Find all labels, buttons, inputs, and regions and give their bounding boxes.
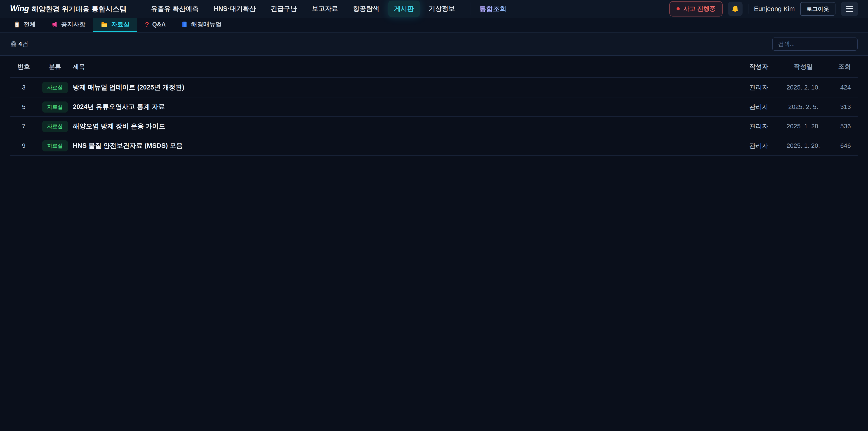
row-number: 3 <box>10 84 37 91</box>
category-badge: 자료실 <box>42 140 68 151</box>
post-author: 관리자 <box>740 142 778 150</box>
post-views: 313 <box>829 103 858 111</box>
post-views: 536 <box>829 123 858 130</box>
nav-divider <box>470 2 470 15</box>
notification-bell-button[interactable] <box>728 2 743 16</box>
header-right-divider <box>748 4 748 13</box>
tab-all[interactable]: 전체 <box>6 18 43 32</box>
column-header-date: 작성일 <box>778 62 829 71</box>
search-input[interactable] <box>772 37 858 51</box>
book-icon <box>181 21 188 28</box>
tab-manual[interactable]: 해경매뉴얼 <box>174 18 229 32</box>
tab-qna[interactable]: ? Q&A <box>137 18 174 32</box>
board-table: 번호 분류 제목 작성자 작성일 조회 3 자료실 방제 매뉴얼 업데이트 (2… <box>10 56 858 156</box>
menu-button[interactable] <box>841 2 858 16</box>
tab-resources[interactable]: 자료실 <box>93 18 137 32</box>
nav-item-weather-info[interactable]: 기상정보 <box>423 1 461 17</box>
row-number: 5 <box>10 103 37 111</box>
post-date: 2025. 2. 5. <box>778 103 829 111</box>
total-count: 4 <box>19 40 22 48</box>
post-title: 2024년 유류오염사고 통계 자료 <box>73 102 740 112</box>
row-number: 7 <box>10 123 37 130</box>
nav-item-report-data[interactable]: 보고자료 <box>306 1 344 17</box>
board-tab-bar: 전체 공지사항 자료실 ? Q&A <box>0 18 868 33</box>
megaphone-icon <box>51 21 58 28</box>
category-badge: 자료실 <box>42 82 68 93</box>
post-author: 관리자 <box>740 122 778 131</box>
folder-icon <box>101 21 108 28</box>
header-right: 사고 진행중 Eunjeong Kim 로그아웃 <box>669 1 858 17</box>
post-author: 관리자 <box>740 102 778 111</box>
nav-item-aerial-search[interactable]: 항공탐색 <box>347 1 385 17</box>
hamburger-icon <box>846 6 853 12</box>
nav-item-integrated-search[interactable]: 통합조회 <box>479 4 506 13</box>
post-views: 646 <box>829 142 858 149</box>
status-dot-icon <box>677 7 680 10</box>
row-number: 9 <box>10 142 37 149</box>
header-divider <box>135 4 136 13</box>
bell-icon <box>731 5 739 13</box>
post-title: 방제 매뉴얼 업데이트 (2025년 개정판) <box>73 83 740 92</box>
app-logo[interactable]: Wing 해양환경 위기대응 통합시스템 <box>10 4 127 14</box>
post-title: HNS 물질 안전보건자료 (MSDS) 모음 <box>73 141 740 150</box>
column-header-author: 작성자 <box>740 62 778 71</box>
nav-item-oil-spill-prediction[interactable]: 유출유 확산예측 <box>145 1 205 17</box>
nav-item-emergency-rescue[interactable]: 긴급구난 <box>265 1 303 17</box>
post-views: 424 <box>829 84 858 91</box>
tab-manual-label: 해경매뉴얼 <box>191 20 221 29</box>
table-header-row: 번호 분류 제목 작성자 작성일 조회 <box>10 56 858 78</box>
table-row[interactable]: 3 자료실 방제 매뉴얼 업데이트 (2025년 개정판) 관리자 2025. … <box>10 78 858 97</box>
question-icon: ? <box>145 21 149 28</box>
logo-mark: Wing <box>10 4 29 13</box>
app-title: 해양환경 위기대응 통합시스템 <box>32 4 127 14</box>
main-nav: 유출유 확산예측 HNS·대기확산 긴급구난 보고자료 항공탐색 게시판 기상정… <box>145 1 506 17</box>
tab-all-label: 전체 <box>24 20 36 29</box>
clipboard-icon <box>13 21 20 28</box>
incident-status-badge[interactable]: 사고 진행중 <box>669 1 723 17</box>
column-header-title: 제목 <box>73 63 740 71</box>
nav-item-hns-air-diffusion[interactable]: HNS·대기확산 <box>208 1 262 17</box>
post-date: 2025. 1. 28. <box>778 123 829 130</box>
column-header-no: 번호 <box>10 62 37 71</box>
category-badge: 자료실 <box>42 101 68 113</box>
category-badge: 자료실 <box>42 121 68 132</box>
table-row[interactable]: 7 자료실 해양오염 방제 장비 운용 가이드 관리자 2025. 1. 28.… <box>10 117 858 136</box>
tab-notice[interactable]: 공지사항 <box>43 18 93 32</box>
post-date: 2025. 1. 20. <box>778 142 829 149</box>
top-header: Wing 해양환경 위기대응 통합시스템 유출유 확산예측 HNS·대기확산 긴… <box>0 0 868 18</box>
tab-resources-label: 자료실 <box>111 20 129 29</box>
column-header-category: 분류 <box>37 63 73 71</box>
tab-qna-label: Q&A <box>152 21 166 28</box>
post-date: 2025. 2. 10. <box>778 84 829 91</box>
logout-button[interactable]: 로그아웃 <box>800 2 835 16</box>
total-count-text: 총 4건 <box>10 40 28 49</box>
user-name: Eunjeong Kim <box>754 5 795 13</box>
table-row[interactable]: 5 자료실 2024년 유류오염사고 통계 자료 관리자 2025. 2. 5.… <box>10 97 858 117</box>
post-title: 해양오염 방제 장비 운용 가이드 <box>73 122 740 131</box>
column-header-views: 조회 <box>829 62 858 71</box>
table-row[interactable]: 9 자료실 HNS 물질 안전보건자료 (MSDS) 모음 관리자 2025. … <box>10 136 858 156</box>
nav-item-board[interactable]: 게시판 <box>388 1 420 17</box>
board-toolbar: 총 4건 <box>0 33 868 56</box>
post-author: 관리자 <box>740 83 778 92</box>
incident-badge-label: 사고 진행중 <box>683 5 716 13</box>
tab-notice-label: 공지사항 <box>61 20 86 29</box>
